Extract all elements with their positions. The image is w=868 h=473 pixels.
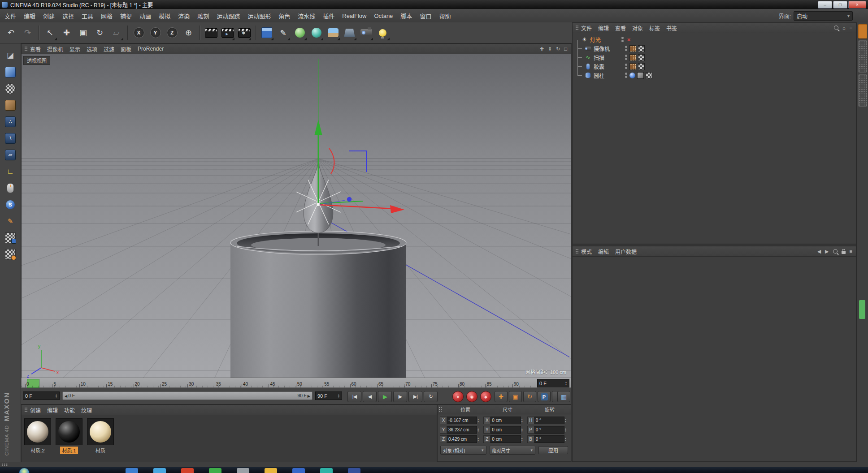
model-mode-icon[interactable] bbox=[1, 64, 19, 80]
minimize-button[interactable]: – bbox=[818, 1, 832, 9]
spinner-icon[interactable] bbox=[521, 437, 525, 442]
taskbar-icon[interactable] bbox=[126, 468, 138, 473]
menu-item[interactable]: 捕捉 bbox=[120, 12, 132, 20]
spinner-icon[interactable] bbox=[521, 428, 525, 432]
coordinate-input[interactable]: 0.429 cm bbox=[447, 435, 477, 443]
visibility-dots[interactable] bbox=[624, 63, 628, 70]
redo-button[interactable]: ↷ bbox=[19, 24, 36, 42]
add-subdivision-button[interactable] bbox=[291, 24, 308, 42]
record-scale-toggle[interactable]: ▣ bbox=[509, 391, 522, 402]
object-row[interactable]: ∿ 扫描 bbox=[573, 53, 856, 62]
render-picture-viewer-button[interactable] bbox=[219, 24, 236, 42]
y-axis-lock-button[interactable]: Y bbox=[147, 24, 164, 42]
material-thumbnail[interactable] bbox=[87, 418, 114, 445]
menu-item[interactable]: 文件 bbox=[4, 12, 16, 20]
object-tag-icon[interactable] bbox=[629, 63, 636, 70]
position-mode-dropdown[interactable]: 对象 (相对) bbox=[440, 446, 486, 455]
workplane-lock-icon[interactable] bbox=[1, 229, 19, 246]
last-tool-button[interactable]: ▱ bbox=[108, 24, 125, 42]
spinner-icon[interactable] bbox=[564, 428, 569, 432]
panel-grip[interactable] bbox=[575, 25, 579, 30]
keyframe-selection-button[interactable]: ◆ bbox=[480, 391, 491, 402]
material-menu-item[interactable]: 创建 bbox=[30, 406, 41, 414]
zoom-view-icon[interactable]: ⇕ bbox=[548, 47, 552, 52]
coordinate-input[interactable]: 0 ° bbox=[534, 435, 564, 443]
taskbar-icon[interactable] bbox=[153, 468, 166, 473]
menu-item[interactable]: 运动图形 bbox=[247, 12, 271, 20]
menu-item[interactable]: 选择 bbox=[62, 12, 74, 20]
add-spline-button[interactable]: ✎ bbox=[275, 24, 291, 42]
spinner-icon[interactable] bbox=[521, 418, 525, 423]
coordinate-input[interactable]: 0 cm bbox=[490, 417, 521, 424]
dock-tab[interactable] bbox=[858, 74, 867, 107]
start-button[interactable] bbox=[19, 468, 30, 473]
keyframe-interpolation-button[interactable]: ▦ bbox=[557, 391, 570, 402]
menu-item[interactable]: 编辑 bbox=[24, 12, 35, 20]
object-tag-icon[interactable] bbox=[647, 55, 652, 60]
add-camera-button[interactable] bbox=[358, 24, 374, 42]
points-mode-icon[interactable]: ∴ bbox=[1, 113, 19, 130]
maximize-button[interactable]: □ bbox=[833, 1, 847, 9]
frame-field[interactable]: 0 F bbox=[23, 391, 60, 400]
candle-object[interactable] bbox=[230, 231, 406, 378]
viewport-menu-item[interactable]: 查看 bbox=[30, 45, 41, 53]
viewport-menu-item[interactable]: ProRender bbox=[138, 46, 164, 52]
viewport-menu-item[interactable]: 过滤 bbox=[104, 45, 114, 53]
menu-item[interactable]: 脚本 bbox=[400, 12, 412, 20]
viewport-menu-item[interactable]: 面板 bbox=[121, 45, 131, 53]
lock-icon[interactable] bbox=[842, 251, 846, 254]
record-parameter-toggle[interactable]: P bbox=[538, 391, 551, 402]
previous-frame-button[interactable]: ◀ bbox=[363, 391, 377, 402]
viewport-solo-icon[interactable] bbox=[1, 180, 19, 196]
panel-menu-icon[interactable]: ≡ bbox=[850, 249, 852, 254]
menu-item[interactable]: 插件 bbox=[323, 12, 334, 20]
coordinate-input[interactable]: 36.237 cm bbox=[447, 426, 477, 434]
live-selection-button[interactable]: ↖ bbox=[42, 24, 58, 42]
material-thumbnail[interactable] bbox=[24, 418, 51, 445]
edges-mode-icon[interactable]: ∖ bbox=[1, 130, 19, 146]
toggle-view-icon[interactable]: □ bbox=[564, 47, 567, 52]
search-icon[interactable] bbox=[834, 26, 838, 30]
object-type-icon[interactable] bbox=[584, 45, 592, 52]
range-start-handle[interactable]: 0 F bbox=[65, 393, 75, 398]
panel-grip[interactable] bbox=[2, 463, 8, 467]
panel-grip[interactable] bbox=[24, 46, 28, 52]
timeline-ruler[interactable]: 051015202530354045505560657075808590 0 F bbox=[21, 378, 571, 388]
spinner-icon[interactable] bbox=[564, 437, 569, 442]
spinner-icon[interactable] bbox=[477, 437, 481, 442]
add-light-button[interactable] bbox=[374, 24, 391, 42]
attribute-manager-menu-item[interactable]: 用户数据 bbox=[615, 248, 637, 255]
rotate-view-icon[interactable]: ↻ bbox=[556, 47, 560, 52]
object-tag-icon[interactable] bbox=[634, 37, 639, 43]
taskbar-icon[interactable] bbox=[237, 468, 249, 473]
render-settings-button[interactable] bbox=[236, 24, 252, 42]
menu-item[interactable]: Octane bbox=[374, 13, 393, 19]
object-tag-icon[interactable] bbox=[638, 45, 645, 52]
object-row[interactable]: 摄像机 bbox=[573, 44, 856, 53]
object-name[interactable]: 扫描 bbox=[594, 54, 622, 61]
paint-icon[interactable]: ✎ bbox=[1, 213, 19, 229]
spinner-icon[interactable] bbox=[338, 394, 340, 398]
menu-item[interactable]: 运动跟踪 bbox=[217, 12, 240, 20]
history-forward-icon[interactable]: ▶ bbox=[825, 249, 829, 254]
object-tag-icon[interactable] bbox=[629, 73, 635, 78]
quantize-icon[interactable] bbox=[1, 246, 19, 262]
viewport-menu-item[interactable]: 选项 bbox=[87, 45, 97, 53]
material-menu-item[interactable]: 纹理 bbox=[81, 406, 92, 414]
menu-item[interactable]: 角色 bbox=[278, 12, 290, 20]
object-manager-menu-item[interactable]: 对象 bbox=[632, 24, 643, 32]
panel-grip[interactable] bbox=[575, 249, 579, 254]
object-name[interactable]: 圆柱 bbox=[594, 72, 622, 79]
render-view-button[interactable] bbox=[203, 24, 219, 42]
taskbar-icon[interactable] bbox=[348, 468, 360, 473]
axis-mode-icon[interactable]: ∟ bbox=[1, 163, 19, 180]
material-item[interactable]: 材质 bbox=[87, 418, 114, 459]
viewport-menu-item[interactable]: 摄像机 bbox=[47, 45, 63, 53]
object-tag-icon[interactable] bbox=[638, 63, 645, 70]
spinner-icon[interactable] bbox=[477, 428, 481, 432]
coordinate-input[interactable]: 0 cm bbox=[490, 435, 521, 443]
visibility-dots[interactable] bbox=[624, 72, 628, 79]
polygons-mode-icon[interactable]: ▱ bbox=[1, 146, 19, 163]
attribute-manager-menu-item[interactable]: 模式 bbox=[581, 248, 592, 255]
goto-start-button[interactable]: |◀ bbox=[347, 391, 361, 402]
